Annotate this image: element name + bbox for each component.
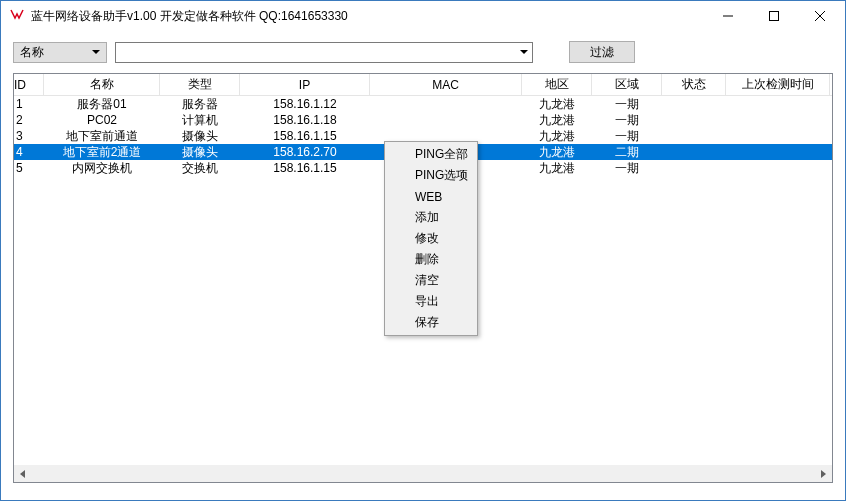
context-menu-item[interactable]: 添加 bbox=[387, 207, 475, 228]
table-header: ID 名称 类型 IP MAC 地区 区域 状态 上次检测时间 bbox=[14, 74, 832, 96]
context-menu: PING全部PING选项WEB添加修改删除清空导出保存 bbox=[384, 141, 478, 336]
cell-ip: 158.16.1.15 bbox=[240, 129, 370, 143]
filter-button[interactable]: 过滤 bbox=[569, 41, 635, 63]
chevron-left-icon bbox=[20, 470, 25, 478]
context-menu-item[interactable]: PING全部 bbox=[387, 144, 475, 165]
cell-ip: 158.16.2.70 bbox=[240, 145, 370, 159]
horizontal-scrollbar[interactable] bbox=[14, 465, 832, 482]
cell-id: 4 bbox=[14, 145, 44, 159]
app-icon bbox=[9, 8, 25, 24]
svg-rect-1 bbox=[770, 12, 779, 21]
toolbar: 名称 过滤 bbox=[1, 31, 845, 73]
cell-type: 服务器 bbox=[160, 96, 240, 113]
cell-type: 计算机 bbox=[160, 112, 240, 129]
titlebar: 蓝牛网络设备助手v1.00 开发定做各种软件 QQ:1641653330 bbox=[1, 1, 845, 31]
scroll-left-button[interactable] bbox=[14, 465, 31, 482]
cell-zone: 二期 bbox=[592, 144, 662, 161]
context-menu-item[interactable]: 导出 bbox=[387, 291, 475, 312]
col-status[interactable]: 状态 bbox=[662, 74, 726, 95]
cell-type: 交换机 bbox=[160, 160, 240, 177]
filter-button-label: 过滤 bbox=[590, 44, 614, 61]
context-menu-item[interactable]: 清空 bbox=[387, 270, 475, 291]
col-name[interactable]: 名称 bbox=[44, 74, 160, 95]
cell-type: 摄像头 bbox=[160, 128, 240, 145]
cell-type: 摄像头 bbox=[160, 144, 240, 161]
context-menu-item[interactable]: WEB bbox=[387, 186, 475, 207]
cell-ip: 158.16.1.18 bbox=[240, 113, 370, 127]
scroll-right-button[interactable] bbox=[815, 465, 832, 482]
maximize-button[interactable] bbox=[751, 1, 797, 31]
context-menu-item[interactable]: 删除 bbox=[387, 249, 475, 270]
cell-area: 九龙港 bbox=[522, 128, 592, 145]
cell-ip: 158.16.1.15 bbox=[240, 161, 370, 175]
cell-ip: 158.16.1.12 bbox=[240, 97, 370, 111]
cell-area: 九龙港 bbox=[522, 96, 592, 113]
minimize-button[interactable] bbox=[705, 1, 751, 31]
cell-zone: 一期 bbox=[592, 128, 662, 145]
cell-area: 九龙港 bbox=[522, 112, 592, 129]
table-row[interactable]: 2PC02计算机158.16.1.18九龙港一期 bbox=[14, 112, 832, 128]
window-title: 蓝牛网络设备助手v1.00 开发定做各种软件 QQ:1641653330 bbox=[31, 8, 705, 25]
col-zone[interactable]: 区域 bbox=[592, 74, 662, 95]
chevron-down-icon bbox=[92, 50, 100, 54]
col-mac[interactable]: MAC bbox=[370, 74, 522, 95]
col-type[interactable]: 类型 bbox=[160, 74, 240, 95]
filter-input[interactable] bbox=[115, 42, 533, 63]
cell-name: 内网交换机 bbox=[44, 160, 160, 177]
cell-name: 地下室前通道 bbox=[44, 128, 160, 145]
col-last[interactable]: 上次检测时间 bbox=[726, 74, 830, 95]
col-area[interactable]: 地区 bbox=[522, 74, 592, 95]
cell-zone: 一期 bbox=[592, 96, 662, 113]
context-menu-item[interactable]: PING选项 bbox=[387, 165, 475, 186]
chevron-right-icon bbox=[821, 470, 826, 478]
cell-zone: 一期 bbox=[592, 160, 662, 177]
cell-id: 2 bbox=[14, 113, 44, 127]
cell-name: PC02 bbox=[44, 113, 160, 127]
cell-area: 九龙港 bbox=[522, 160, 592, 177]
context-menu-item[interactable]: 保存 bbox=[387, 312, 475, 333]
context-menu-item[interactable]: 修改 bbox=[387, 228, 475, 249]
cell-area: 九龙港 bbox=[522, 144, 592, 161]
cell-id: 5 bbox=[14, 161, 44, 175]
cell-name: 地下室前2通道 bbox=[44, 144, 160, 161]
cell-zone: 一期 bbox=[592, 112, 662, 129]
cell-id: 1 bbox=[14, 97, 44, 111]
col-id[interactable]: ID bbox=[14, 74, 44, 95]
field-select[interactable]: 名称 bbox=[13, 42, 107, 63]
cell-name: 服务器01 bbox=[44, 96, 160, 113]
chevron-down-icon bbox=[520, 50, 528, 54]
col-ip[interactable]: IP bbox=[240, 74, 370, 95]
close-button[interactable] bbox=[797, 1, 843, 31]
table-row[interactable]: 1服务器01服务器158.16.1.12九龙港一期 bbox=[14, 96, 832, 112]
device-table: ID 名称 类型 IP MAC 地区 区域 状态 上次检测时间 1服务器01服务… bbox=[13, 73, 833, 483]
cell-id: 3 bbox=[14, 129, 44, 143]
field-select-label: 名称 bbox=[20, 44, 44, 61]
scroll-track[interactable] bbox=[31, 465, 815, 482]
